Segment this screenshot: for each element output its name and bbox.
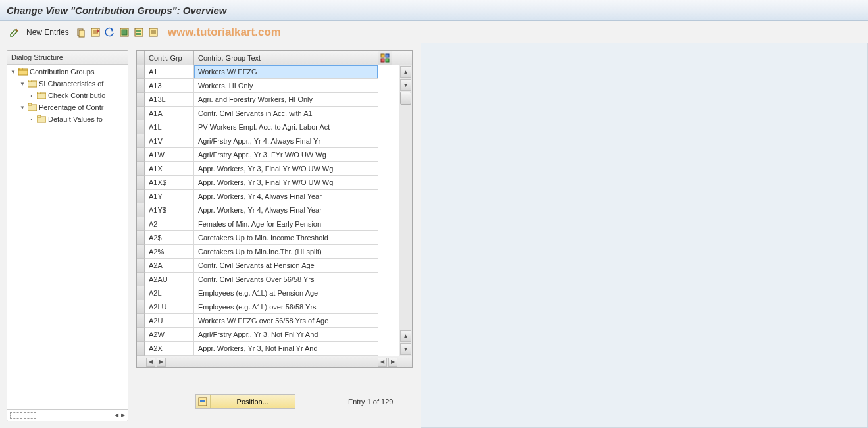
cell-contrib-group-text[interactable]: PV Workers Empl. Acc. to Agri. Labor Act [194, 120, 378, 134]
scroll-down-page-arrow[interactable]: ▼ [400, 343, 411, 355]
scroll-down-arrow[interactable]: ▼ [400, 79, 411, 91]
hscroll-grp-right[interactable]: ▶ [157, 358, 166, 367]
copy-as-icon[interactable] [76, 27, 86, 38]
row-selector[interactable] [137, 93, 145, 107]
row-selector[interactable] [137, 259, 145, 273]
row-selector[interactable] [137, 328, 145, 342]
table-row[interactable]: A2AUContr. Civil Servants Over 56/58 Yrs [137, 273, 399, 286]
table-row[interactable]: A2UWorkers W/ EFZG over 56/58 Yrs of Age [137, 314, 399, 328]
table-row[interactable]: A2XAppr. Workers, Yr 3, Not Final Yr And [137, 342, 399, 356]
cell-contrib-group-text[interactable]: Appr. Workers, Yr 4, Always Final Year [194, 190, 378, 203]
delete-icon[interactable] [90, 27, 101, 38]
cell-contr-grp[interactable]: A2A [145, 259, 194, 273]
deselect-all-icon[interactable] [148, 27, 159, 38]
tree-expand-toggle[interactable]: ▼ [10, 68, 16, 75]
cell-contrib-group-text[interactable]: Workers W/ EFZG over 56/58 Yrs of Age [194, 314, 378, 328]
table-select-all-header[interactable] [137, 51, 145, 65]
cell-contr-grp[interactable]: A2L [145, 286, 194, 300]
table-row[interactable]: A1YAppr. Workers, Yr 4, Always Final Yea… [137, 190, 399, 203]
table-row[interactable]: A2%Caretakers Up to Min.Inc.Thr. (HI spl… [137, 245, 399, 259]
row-selector[interactable] [137, 148, 145, 162]
cell-contrib-group-text[interactable]: Appr. Workers, Yr 3, Final Yr W/O UW Wg [194, 176, 378, 190]
cell-contr-grp[interactable]: A2% [145, 245, 194, 259]
tree-expand-toggle[interactable]: ▼ [19, 104, 26, 111]
cell-contrib-group-text[interactable]: Appr. Workers, Yr 3, Not Final Yr And [194, 342, 378, 356]
table-row[interactable]: A2AContr. Civil Servants at Pension Age [137, 259, 399, 273]
cell-contrib-group-text[interactable]: Appr. Workers, Yr 3, Final Yr W/O UW Wg [194, 162, 378, 176]
table-row[interactable]: A2LUEmployees (e.g. A1L) over 56/58 Yrs [137, 300, 399, 314]
cell-contr-grp[interactable]: A1Y$ [145, 203, 194, 217]
row-selector[interactable] [137, 245, 145, 259]
table-row[interactable]: A1XAppr. Workers, Yr 3, Final Yr W/O UW … [137, 162, 399, 176]
table-row[interactable]: A1VAgri/Frstry Appr., Yr 4, Always Final… [137, 134, 399, 148]
cell-contr-grp[interactable]: A1 [145, 65, 194, 79]
tree-node[interactable]: ▼Contribution Groups [7, 66, 128, 78]
hscroll-grp-left[interactable]: ◀ [146, 358, 155, 367]
cell-contr-grp[interactable]: A1X$ [145, 176, 194, 190]
cell-contr-grp[interactable]: A2LU [145, 300, 194, 314]
row-selector[interactable] [137, 203, 145, 217]
scroll-thumb[interactable] [400, 92, 411, 105]
row-selector[interactable] [137, 342, 145, 356]
column-header-contr-grp[interactable]: Contr. Grp [145, 51, 194, 65]
table-vertical-scrollbar[interactable]: ▲ ▼ ▲ ▼ [399, 65, 412, 356]
cell-contrib-group-text[interactable]: Appr. Workers, Yr 4, Always Final Year [194, 203, 378, 217]
cell-contr-grp[interactable]: A2X [145, 342, 194, 356]
cell-contr-grp[interactable]: A2 [145, 217, 194, 231]
cell-contrib-group-text[interactable]: Agri/Frstry Appr., Yr 3, FYr W/O UW Wg [194, 148, 378, 162]
row-selector[interactable] [137, 231, 145, 245]
table-row[interactable]: A1Y$Appr. Workers, Yr 4, Always Final Ye… [137, 203, 399, 217]
table-row[interactable]: A2$Caretakers Up to Min. Income Threshol… [137, 231, 399, 245]
cell-contrib-group-text[interactable]: Caretakers Up to Min. Income Threshold [194, 231, 378, 245]
cell-contrib-group-text[interactable]: Caretakers Up to Min.Inc.Thr. (HI split) [194, 245, 378, 259]
tree-scroll-left[interactable]: ◀ [115, 412, 118, 418]
row-selector[interactable] [137, 65, 145, 79]
row-selector[interactable] [137, 314, 145, 328]
cell-contrib-group-text[interactable]: Employees (e.g. A1L) over 56/58 Yrs [194, 300, 378, 314]
select-all-icon[interactable] [119, 27, 130, 38]
row-selector[interactable] [137, 162, 145, 176]
table-row[interactable]: A13LAgri. and Forestry Workers, HI Only [137, 93, 399, 107]
cell-contrib-group-text[interactable]: Contr. Civil Servants at Pension Age [194, 259, 378, 273]
cell-contr-grp[interactable]: A13L [145, 93, 194, 107]
tree-expand-toggle[interactable]: ▼ [19, 80, 26, 87]
cell-contr-grp[interactable]: A2W [145, 328, 194, 342]
cell-contr-grp[interactable]: A1X [145, 162, 194, 176]
undo-change-icon[interactable] [105, 27, 115, 38]
cell-contrib-group-text[interactable]: Agri/Frstry Appr., Yr 3, Not Fnl Yr And [194, 328, 378, 342]
row-selector[interactable] [137, 120, 145, 134]
cell-contr-grp[interactable]: A2U [145, 314, 194, 328]
cell-contrib-group-text[interactable]: Females of Min. Age for Early Pension [194, 217, 378, 231]
cell-contr-grp[interactable]: A2$ [145, 231, 194, 245]
row-selector[interactable] [137, 300, 145, 314]
select-block-icon[interactable] [134, 27, 144, 38]
row-selector[interactable] [137, 190, 145, 203]
row-selector[interactable] [137, 286, 145, 300]
row-selector[interactable] [137, 107, 145, 120]
position-button[interactable]: Position... [195, 394, 295, 409]
table-row[interactable]: A1AContr. Civil Servants in Acc. with A1 [137, 107, 399, 120]
tree-drag-handle[interactable] [10, 412, 36, 419]
cell-contr-grp[interactable]: A1Y [145, 190, 194, 203]
table-row[interactable]: A13Workers, HI Only [137, 79, 399, 93]
cell-contrib-group-text[interactable]: Contr. Civil Servants in Acc. with A1 [194, 107, 378, 120]
cell-contrib-group-text[interactable]: Workers, HI Only [194, 79, 378, 93]
hscroll-txt-left[interactable]: ◀ [378, 358, 387, 367]
tree-node[interactable]: •Check Contributio [7, 90, 128, 101]
table-row[interactable]: A1LPV Workers Empl. Acc. to Agri. Labor … [137, 120, 399, 134]
table-row[interactable]: A1Workers W/ EFZG [137, 65, 399, 79]
cell-contrib-group-text[interactable]: Agri. and Forestry Workers, HI Only [194, 93, 378, 107]
column-header-contrib-group-text[interactable]: Contrib. Group Text [194, 51, 378, 65]
table-row[interactable]: A1WAgri/Frstry Appr., Yr 3, FYr W/O UW W… [137, 148, 399, 162]
cell-contr-grp[interactable]: A1W [145, 148, 194, 162]
cell-contrib-group-text[interactable]: Employees (e.g. A1L) at Pension Age [194, 286, 378, 300]
tree-node[interactable]: ▼Percentage of Contr [7, 101, 128, 113]
scroll-up-arrow[interactable]: ▲ [400, 66, 411, 78]
cell-contr-grp[interactable]: A1L [145, 120, 194, 134]
tree-node[interactable]: ▼SI Characteristics of [7, 78, 128, 90]
tree-node[interactable]: •Default Values fo [7, 113, 128, 125]
tree-scroll-right[interactable]: ▶ [121, 412, 125, 418]
table-row[interactable]: A2LEmployees (e.g. A1L) at Pension Age [137, 286, 399, 300]
table-row[interactable]: A2WAgri/Frstry Appr., Yr 3, Not Fnl Yr A… [137, 328, 399, 342]
hscroll-txt-right[interactable]: ▶ [388, 358, 397, 367]
